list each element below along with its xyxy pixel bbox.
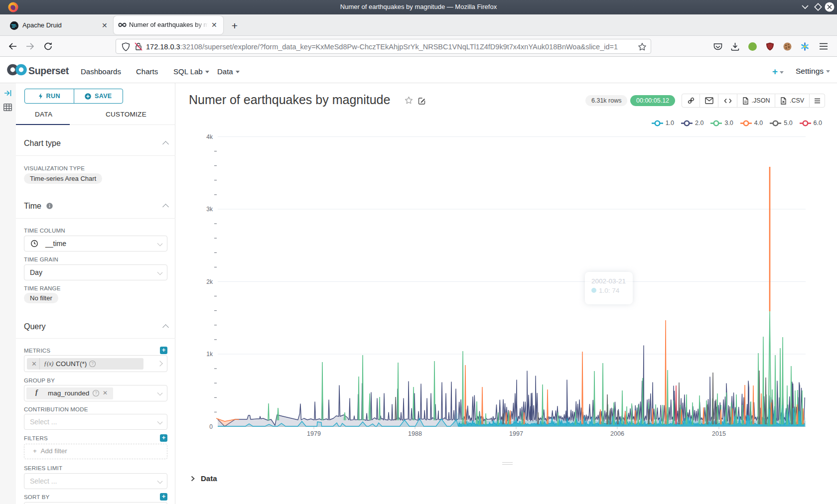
svg-text:1k: 1k	[206, 351, 213, 358]
svg-text:2k: 2k	[206, 278, 213, 285]
svg-text:1988: 1988	[408, 430, 422, 437]
svg-text:2006: 2006	[610, 430, 624, 437]
svg-text:4k: 4k	[206, 133, 213, 140]
svg-text:2015: 2015	[712, 430, 726, 437]
svg-text:?: ?	[91, 361, 94, 366]
svg-text:?: ?	[95, 390, 97, 395]
svg-text:1997: 1997	[509, 430, 523, 437]
svg-text:3k: 3k	[206, 206, 213, 213]
svg-text:1979: 1979	[307, 430, 321, 437]
svg-text:0: 0	[209, 423, 213, 430]
